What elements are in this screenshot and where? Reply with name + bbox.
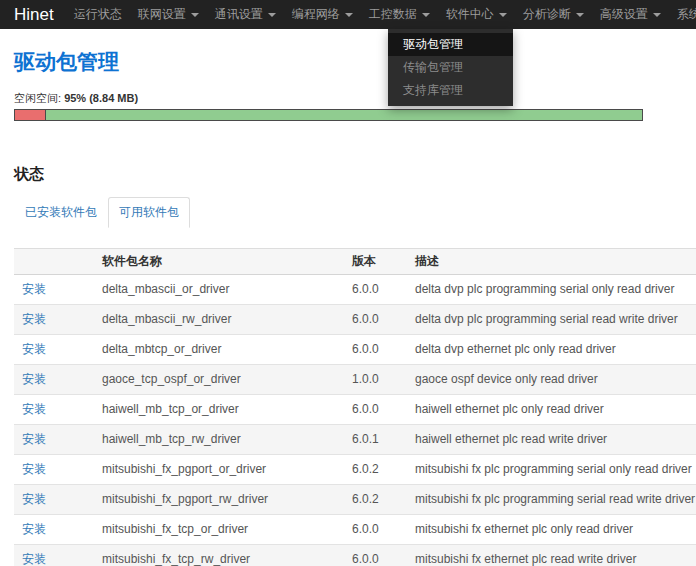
table-row: 安装 delta_mbascii_rw_driver 6.0.0 delta d… (14, 305, 696, 335)
package-version-cell: 6.0.2 (344, 485, 407, 515)
install-link[interactable]: 安装 (22, 282, 46, 296)
table-row: 安装 mitsubishi_fx_pgport_rw_driver 6.0.2 … (14, 485, 696, 515)
nav-item-label: 系统设置 (677, 6, 696, 23)
package-version-cell: 6.0.0 (344, 305, 407, 335)
package-version-cell: 6.0.0 (344, 275, 407, 305)
free-space-progress-bar (14, 109, 643, 121)
main-content: 驱动包管理 空闲空间: 95% (8.84 MB) 状态 已安装软件包 可用软件… (0, 48, 696, 566)
table-row: 安装 mitsubishi_fx_tcp_rw_driver 6.0.0 mit… (14, 545, 696, 566)
nav-item-label: 通讯设置 (215, 6, 263, 23)
table-header-row: 软件包名称版本描述 (14, 249, 696, 275)
package-description-cell: mitsubishi fx ethernet plc read write dr… (407, 545, 696, 566)
table-row: 安装 delta_mbtcp_or_driver 6.0.0 delta dvp… (14, 335, 696, 365)
install-link[interactable]: 安装 (22, 372, 46, 386)
nav-item-label: 软件中心 (446, 6, 494, 23)
column-header (14, 249, 94, 275)
chevron-down-icon (345, 13, 353, 17)
package-description-cell: delta dvp ethernet plc only read driver (407, 335, 696, 365)
package-version-cell: 6.0.0 (344, 515, 407, 545)
package-version-cell: 6.0.1 (344, 425, 407, 455)
nav-menu: 运行状态 联网设置 通讯设置 编程网络 工控数据 软件中心 分析诊断 高级设置 … (66, 0, 696, 29)
package-name-cell: haiwell_mb_tcp_or_driver (94, 395, 344, 425)
package-description-cell: mitsubishi fx ethernet plc only read dri… (407, 515, 696, 545)
table-row: 安装 mitsubishi_fx_tcp_or_driver 6.0.0 mit… (14, 515, 696, 545)
install-link[interactable]: 安装 (22, 552, 46, 566)
free-space-caption: 空闲空间: (14, 92, 61, 104)
package-name-cell: mitsubishi_fx_pgport_rw_driver (94, 485, 344, 515)
nav-item-label: 运行状态 (74, 6, 122, 23)
free-space-segment (46, 110, 642, 120)
install-link[interactable]: 安装 (22, 462, 46, 476)
package-description-cell: gaoce ospf device only read driver (407, 365, 696, 395)
tab[interactable]: 已安装软件包 (14, 197, 108, 228)
package-version-cell: 6.0.2 (344, 455, 407, 485)
package-description-cell: mitsubishi fx plc programming serial rea… (407, 485, 696, 515)
package-name-cell: mitsubishi_fx_tcp_or_driver (94, 515, 344, 545)
dropdown-menu-item[interactable]: 传输包管理 (388, 56, 513, 79)
chevron-down-icon (653, 13, 661, 17)
page-title: 驱动包管理 (14, 48, 682, 76)
package-version-cell: 1.0.0 (344, 365, 407, 395)
free-space-value: 95% (8.84 MB) (64, 92, 138, 104)
package-description-cell: mitsubishi fx plc programming serial onl… (407, 455, 696, 485)
install-link[interactable]: 安装 (22, 522, 46, 536)
package-name-cell: mitsubishi_fx_pgport_or_driver (94, 455, 344, 485)
nav-item-open[interactable]: 软件中心 (438, 0, 515, 29)
install-link[interactable]: 安装 (22, 342, 46, 356)
nav-item[interactable]: 高级设置 (592, 0, 669, 29)
tab[interactable]: 可用软件包 (108, 197, 190, 228)
chevron-down-icon (422, 13, 430, 17)
package-name-cell: delta_mbtcp_or_driver (94, 335, 344, 365)
nav-item-label: 分析诊断 (523, 6, 571, 23)
nav-item[interactable]: 分析诊断 (515, 0, 592, 29)
nav-item[interactable]: 工控数据 (361, 0, 438, 29)
nav-item[interactable]: 联网设置 (130, 0, 207, 29)
package-tabs: 已安装软件包 可用软件包 (14, 197, 682, 228)
nav-item[interactable]: 运行状态 (66, 0, 130, 29)
table-row: 安装 mitsubishi_fx_pgport_or_driver 6.0.2 … (14, 455, 696, 485)
install-link[interactable]: 安装 (22, 492, 46, 506)
brand-logo[interactable]: Hinet (14, 0, 54, 29)
used-space-segment (15, 110, 46, 120)
package-version-cell: 6.0.0 (344, 335, 407, 365)
install-link[interactable]: 安装 (22, 402, 46, 416)
nav-item-label: 联网设置 (138, 6, 186, 23)
column-header: 描述 (407, 249, 696, 275)
status-heading: 状态 (14, 165, 682, 184)
column-header: 软件包名称 (94, 249, 344, 275)
table-row: 安装 gaoce_tcp_ospf_or_driver 1.0.0 gaoce … (14, 365, 696, 395)
chevron-down-icon (576, 13, 584, 17)
top-navbar: Hinet 运行状态 联网设置 通讯设置 编程网络 工控数据 软件中心 分析诊断… (0, 0, 696, 29)
package-description-cell: delta dvp plc programming serial read wr… (407, 305, 696, 335)
chevron-down-icon (191, 13, 199, 17)
package-description-cell: delta dvp plc programming serial only re… (407, 275, 696, 305)
nav-item[interactable]: 编程网络 (284, 0, 361, 29)
package-description-cell: haiwell ethernet plc read write driver (407, 425, 696, 455)
nav-item-label: 编程网络 (292, 6, 340, 23)
package-version-cell: 6.0.0 (344, 395, 407, 425)
chevron-down-icon (268, 13, 276, 17)
package-name-cell: delta_mbascii_rw_driver (94, 305, 344, 335)
nav-item-label: 高级设置 (600, 6, 648, 23)
install-link[interactable]: 安装 (22, 432, 46, 446)
package-name-cell: gaoce_tcp_ospf_or_driver (94, 365, 344, 395)
software-center-dropdown: 驱动包管理 传输包管理 支持库管理 (388, 29, 513, 106)
package-name-cell: haiwell_mb_tcp_rw_driver (94, 425, 344, 455)
dropdown-menu-item[interactable]: 驱动包管理 (388, 33, 513, 56)
install-link[interactable]: 安装 (22, 312, 46, 326)
column-header: 版本 (344, 249, 407, 275)
dropdown-menu-item[interactable]: 支持库管理 (388, 79, 513, 102)
nav-item[interactable]: 通讯设置 (207, 0, 284, 29)
free-space-label: 空闲空间: 95% (8.84 MB) (14, 91, 682, 106)
table-row: 安装 haiwell_mb_tcp_rw_driver 6.0.1 haiwel… (14, 425, 696, 455)
nav-item[interactable]: 系统设置 (669, 0, 696, 29)
packages-table: 软件包名称版本描述 安装 delta_mbascii_or_driver 6.0… (14, 248, 696, 566)
package-name-cell: delta_mbascii_or_driver (94, 275, 344, 305)
chevron-down-icon (499, 13, 507, 17)
package-version-cell: 6.0.0 (344, 545, 407, 566)
package-description-cell: haiwell ethernet plc only read driver (407, 395, 696, 425)
package-name-cell: mitsubishi_fx_tcp_rw_driver (94, 545, 344, 566)
nav-item-label: 工控数据 (369, 6, 417, 23)
table-row: 安装 haiwell_mb_tcp_or_driver 6.0.0 haiwel… (14, 395, 696, 425)
table-row: 安装 delta_mbascii_or_driver 6.0.0 delta d… (14, 275, 696, 305)
